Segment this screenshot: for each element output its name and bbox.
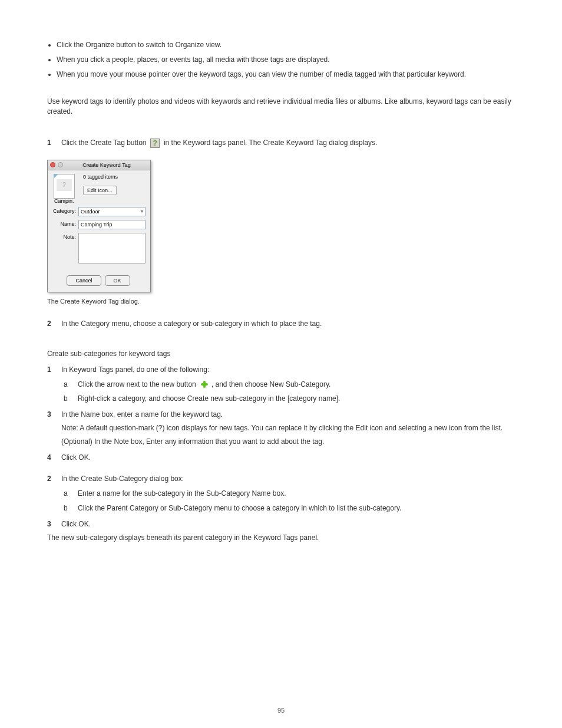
step-text: In the Create Sub-Category dialog box: — [61, 474, 515, 484]
name-field[interactable]: Camping Trip — [78, 220, 146, 229]
plus-icon — [200, 380, 209, 389]
bullet-item: Click the Organize button to switch to O… — [57, 40, 515, 50]
substep-text: Right-click a category, and choose Creat… — [78, 394, 340, 404]
tag-preview-label: Campin... — [54, 198, 74, 204]
step-text: In the Category menu, choose a category … — [61, 319, 515, 329]
step-number: 1 — [47, 365, 55, 375]
top-bullets: Click the Organize button to switch to O… — [47, 40, 515, 79]
note-label: Note: — [51, 233, 76, 240]
category-label: Category: — [51, 207, 76, 214]
substep-letter: b — [64, 394, 72, 404]
step-number: 2 — [47, 319, 55, 329]
minimize-icon[interactable] — [58, 162, 63, 167]
step-note: Note: A default question-mark (?) icon d… — [61, 423, 515, 433]
step-number: 2 — [47, 474, 55, 484]
tag-preview: ? Campin... — [54, 174, 75, 199]
step-text: In Keyword Tags panel, do one of the fol… — [61, 365, 515, 375]
tagged-items-count: 0 tagged items — [83, 174, 146, 180]
preamble: Use keyword tags to identify photos and … — [47, 97, 515, 117]
page-content: Click the Organize button to switch to O… — [0, 0, 562, 728]
page-number: 95 — [0, 707, 562, 714]
substep-text: Enter a name for the sub-category in the… — [78, 489, 286, 499]
dialog-titlebar: Create Keyword Tag — [48, 160, 150, 170]
step-text: Click OK. — [61, 453, 515, 463]
chevron-down-icon: ▾ — [141, 209, 143, 214]
steps-list: 1 Click the Create Tag button in the Key… — [47, 138, 515, 542]
step-number: 1 — [47, 138, 55, 148]
step-text: Click OK. — [61, 519, 515, 529]
substep-letter: b — [64, 503, 72, 513]
substep-letter: a — [64, 380, 72, 390]
step-number: 3 — [47, 519, 55, 529]
substep-text: Click the arrow next to the new button ,… — [78, 380, 330, 390]
step-number: 3 — [47, 410, 55, 446]
bullet-item: When you click a people, places, or even… — [57, 55, 515, 65]
name-label: Name: — [51, 220, 76, 227]
dialog-caption: The Create Keyword Tag dialog. — [47, 297, 515, 306]
bullet-item: When you move your mouse pointer over th… — [57, 70, 515, 80]
step-number: 4 — [47, 453, 55, 463]
question-icon: ? — [57, 179, 72, 191]
note-field[interactable] — [78, 233, 146, 263]
create-keyword-tag-dialog: Create Keyword Tag ? Campin... 0 tagged … — [47, 160, 151, 292]
category-select[interactable]: Outdoor ▾ — [78, 207, 146, 216]
close-icon[interactable] — [50, 162, 55, 167]
substep-text: Click the Parent Category or Sub-Categor… — [78, 503, 401, 513]
tail-text: The new sub-category displays beneath it… — [47, 533, 515, 543]
substep-letter: a — [64, 489, 72, 499]
edit-icon-button[interactable]: Edit Icon... — [83, 186, 117, 195]
step-text: In the Name box, enter a name for the ke… — [61, 410, 515, 446]
sub-heading: Create sub-categories for keyword tags — [47, 349, 515, 359]
ok-button[interactable]: OK — [105, 275, 130, 286]
dialog-title: Create Keyword Tag — [65, 162, 148, 168]
step-text: Click the Create Tag button in the Keywo… — [61, 138, 515, 148]
cancel-button[interactable]: Cancel — [67, 275, 101, 286]
question-tag-icon — [150, 139, 160, 148]
